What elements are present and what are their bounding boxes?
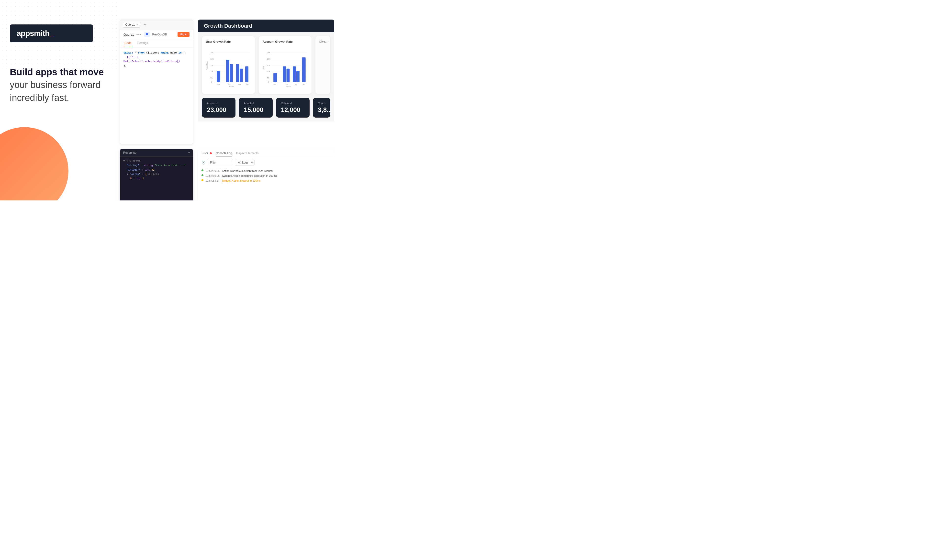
svg-rect-17 [236,64,239,82]
code-settings-tabs: Code Settings [120,39,193,48]
svg-text:5K: 5K [267,77,269,79]
tab-error[interactable]: Error [202,151,212,157]
stat-acquired-value: 23,000 [207,106,231,114]
stat-acquired-label: Acquired [207,102,231,105]
tab-settings[interactable]: Settings [137,39,149,47]
console-toolbar: 🕐 All Logs [198,158,334,167]
log-text-3: [widget] Action timeout in 100ms [222,178,261,183]
svg-text:Apr: Apr [303,83,306,85]
user-growth-chart-title: User Growth Rate [206,40,251,43]
stat-card-adopted: Adopted 15,000 [239,98,272,118]
svg-text:Feb: Feb [285,83,288,85]
svg-text:20K: 20K [210,58,214,60]
charts-row: User Growth Rate 25K 20K 15K 10K 5K 0 Pr… [198,32,334,94]
log-time-1: 12:57:56.05 [205,169,220,174]
headline-bold: Build apps that move [10,67,108,78]
svg-text:Jan: Jan [273,83,276,85]
response-string-line: "string" : string "this is a test ..." [123,163,190,168]
response-dropdown-icon[interactable]: ▾ [188,151,190,154]
svg-text:Mar: Mar [295,83,298,85]
code-line-1: SELECT * FROM tl_users WHERE name IN ( [123,51,189,55]
run-button[interactable]: RUN [177,32,189,37]
svg-rect-15 [226,60,229,82]
log-time-2: 12:57:56.05 [205,174,220,178]
svg-rect-40 [286,69,290,82]
subheadline-line1: your business forward [10,79,108,91]
account-growth-chart-area: 25K 20K 15K 10K 5K 0 Count [263,46,308,90]
subheadline-line2: incredibly fast. [10,92,108,104]
code-editor-area[interactable]: SELECT * FROM tl_users WHERE name IN ( {… [120,48,193,144]
response-brace-open: ▼ { 0 items [123,159,190,163]
response-body: ▼ { 0 items "string" : string "this is a… [120,157,193,183]
query-editor: Query1 ✕ + Query1 ••• RevOpsDB RUN Code … [120,20,193,144]
svg-text:Mar: Mar [238,83,241,85]
query1-tab[interactable]: Query1 ✕ [123,22,140,28]
query-options-dots[interactable]: ••• [137,32,142,37]
tab-console-log[interactable]: Console Log [216,151,232,157]
dashboard-section: Growth Dashboard User Growth Rate 25K 20… [198,20,334,144]
filter-input[interactable] [208,160,232,165]
svg-text:10K: 10K [267,71,270,72]
svg-text:Jan: Jan [217,83,220,85]
clock-icon: 🕐 [202,161,205,165]
log-text-1: Action started execution from user_reque… [222,169,273,174]
log-status-yellow-3 [202,179,203,181]
logo-cursor: _ [49,29,54,38]
svg-rect-16 [230,64,233,82]
log-status-green-1 [202,169,203,171]
code-line-2: {{'"' + MultiSelect1.selectedOptionValue… [123,55,189,64]
stats-row: Acquired 23,000 Adopted 15,000 Retained … [198,94,334,122]
logo-text: appsmith [17,29,49,38]
log-line-2: 12:57:56.05 [Widget] Action completed ex… [202,174,331,178]
response-array-line: ▼ "array" : [ 5 items [123,172,190,177]
console-tabs-bar: Error Console Log Inspect Elements [198,149,334,158]
query-name-label: Query1 [123,33,134,37]
svg-text:25K: 25K [267,52,270,54]
stat-card-acquired: Acquired 23,000 [202,98,236,118]
log-status-green-2 [202,174,203,176]
tab-code[interactable]: Code [123,39,132,47]
svg-rect-42 [296,71,300,82]
console-section: Error Console Log Inspect Elements 🕐 All… [198,149,334,200]
svg-text:Apr: Apr [246,83,249,85]
error-dot-indicator [210,152,212,154]
log-level-dropdown[interactable]: All Logs [235,160,254,166]
stat-adopted-label: Adopted [244,102,268,105]
tab-add-button[interactable]: + [142,22,148,28]
svg-text:25K: 25K [210,52,214,54]
stat-retained-label: Retained [281,102,305,105]
log-line-1: 12:57:56.05 Action started execution fro… [202,169,331,174]
tab-close-icon[interactable]: ✕ [136,23,138,26]
svg-text:15K: 15K [210,64,214,66]
user-growth-chart-card: User Growth Rate 25K 20K 15K 10K 5K 0 Pr… [202,36,255,94]
code-line-3: ); [123,64,189,68]
left-panel: appsmith_ Build apps that move your busi… [0,0,117,200]
console-body: 12:57:56.05 Action started execution fro… [198,167,334,185]
response-integer-line: "integer" : int 42 [123,168,190,172]
svg-rect-43 [302,57,306,82]
svg-text:Count: Count [263,66,265,70]
svg-text:Feb: Feb [228,83,231,85]
svg-rect-39 [283,66,286,82]
svg-text:0: 0 [211,81,212,83]
log-text-2: [Widget] Action completed execution in 1… [222,174,277,178]
query-header: Query1 ••• RevOpsDB RUN [120,30,193,39]
stat-adopted-value: 15,000 [244,106,268,114]
tab-inspect-elements[interactable]: Inspect Elements [236,151,259,157]
stat-card-churn: Churn 3,8... [313,98,330,118]
log-line-3: 12:57:53.17 [widget] Action timeout in 1… [202,178,331,183]
svg-text:10K: 10K [210,71,214,72]
database-icon [144,32,150,37]
account-growth-chart-card: Account Growth Rate 25K 20K 15K 10K 5K 0… [259,36,311,94]
third-chart-card: Dive... [316,36,330,94]
logo-box: appsmith_ [10,25,93,42]
svg-text:Months: Months [286,86,291,87]
response-label: Response [123,151,137,154]
svg-rect-19 [245,66,248,82]
database-name-label: RevOpsDB [152,33,175,36]
orange-blob-decoration [0,127,68,200]
log-time-3: 12:57:53.17 [205,178,220,183]
dashboard-title: Growth Dashboard [198,20,334,32]
user-growth-chart-area: 25K 20K 15K 10K 5K 0 Project Count [206,46,251,90]
account-growth-chart-title: Account Growth Rate [263,40,308,43]
